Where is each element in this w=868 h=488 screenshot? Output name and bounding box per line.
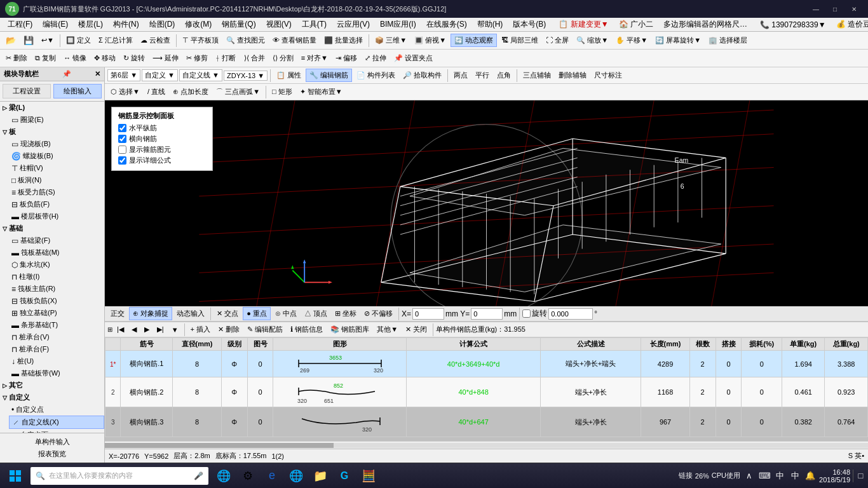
tb-align-top-btn[interactable]: ⊤ 平齐板顶 <box>179 34 222 46</box>
tb-cloud-check-btn[interactable]: ☁ 云检查 <box>137 34 173 46</box>
tb-find-btn[interactable]: 🔍 查找图元 <box>223 34 268 46</box>
sidebar-item-neg-rebar[interactable]: ⊟板负筋(F) <box>9 198 104 210</box>
tb-move-btn[interactable]: ✥ 移动 <box>91 52 119 64</box>
tb-steel-lib-btn[interactable]: 📚 钢筋图库 <box>327 323 372 336</box>
tb-select-floor-btn[interactable]: 🏢 选择楼层 <box>705 34 750 46</box>
menu-edit[interactable]: 编辑(E) <box>37 18 73 31</box>
tb-3d-btn[interactable]: 📦 三维▼ <box>372 34 410 46</box>
sidebar-item-col-pier[interactable]: ⊓柱墩(I) <box>9 271 104 283</box>
checkbox-transverse[interactable]: 横向钢筋 <box>118 134 206 144</box>
taskbar-app-settings[interactable]: ⚙ <box>236 464 259 487</box>
menu-online[interactable]: 在线服务(S) <box>421 18 472 31</box>
tb-mirror-btn[interactable]: ↔ 镜像 <box>60 52 90 64</box>
sidebar-item-spiral-slab[interactable]: 🌀螺旋板(B) <box>9 150 104 162</box>
sidebar-item-custom-point[interactable]: •自定义点 <box>9 403 104 416</box>
tray-keyboard[interactable]: ⌨ <box>758 470 771 482</box>
menu-tools[interactable]: 工具(T) <box>297 18 332 31</box>
menu-guangxiao[interactable]: 🏠 广小二 <box>614 18 658 31</box>
horizontal-steel-checkbox[interactable] <box>118 124 126 132</box>
sidebar-item-custom-line[interactable]: ⟋自定义线(X) <box>9 416 104 429</box>
expand-icon[interactable]: ⊞ <box>107 326 112 333</box>
sidebar-item-slab-rebar[interactable]: ≡板受力筋(S) <box>9 186 104 198</box>
tb-dynamic-input-btn[interactable]: 动态输入 <box>173 308 208 320</box>
tb-trim-btn[interactable]: ✂ 修剪 <box>183 52 211 64</box>
sidebar-item-raft-main-rebar[interactable]: ≡筏板主筋(R) <box>9 283 104 295</box>
checkbox-horizontal[interactable]: 水平纵筋 <box>118 123 206 133</box>
sidebar-item-pile-cap2[interactable]: ⊓桩承台(F) <box>9 343 104 355</box>
tray-up-arrow[interactable]: ∧ <box>743 470 756 482</box>
tb-two-point-btn[interactable]: 两点 <box>451 69 471 81</box>
tb-del-aux-btn[interactable]: 删除辅轴 <box>555 69 590 81</box>
tb-pan-btn[interactable]: ✋ 平移▼ <box>613 34 651 46</box>
tb-point-angle-btn[interactable]: 点角 <box>494 69 514 81</box>
tb-undo-icon[interactable]: ↩▼ <box>38 35 57 46</box>
line-def-selector[interactable]: 自定义线 ▼ <box>179 69 222 81</box>
sidebar-item-strip-foundation[interactable]: ▬条形基础(T) <box>9 319 104 331</box>
menu-project[interactable]: 工程(F) <box>3 18 37 31</box>
sidebar-group-other[interactable]: ▷ 其它 <box>0 379 104 391</box>
tb-fullscreen-btn[interactable]: ⛶ 全屏 <box>543 34 572 46</box>
stirrup-checkbox[interactable] <box>118 146 126 154</box>
tb-dim-label-btn[interactable]: 尺寸标注 <box>591 69 625 81</box>
sidebar-item-pile[interactable]: ↓桩(U) <box>9 355 104 367</box>
menu-steel-qty[interactable]: 钢筋量(Q) <box>217 18 261 31</box>
tb-snap-btn[interactable]: ⊕ 对象捕捉 <box>129 307 172 320</box>
tb-other-btn[interactable]: 其他▼ <box>374 323 401 336</box>
sidebar-item-foundation-band[interactable]: ▬基础板带(W) <box>9 367 104 379</box>
tb-split-btn[interactable]: ⟨⟩ 分割 <box>269 52 297 64</box>
sidebar-group-custom[interactable]: ▽ 自定义 <box>0 391 104 403</box>
tb-point-len-btn[interactable]: ⊕ 点加长度 <box>170 86 212 98</box>
sidebar-group-beam[interactable]: ▷ 梁(L) <box>0 102 104 114</box>
viewport[interactable]: 6 B Eam 钢筋显示控制面板 水平纵筋 横向钢筋 <box>105 100 868 306</box>
tb-define-btn[interactable]: 🔲 定义 <box>63 34 94 46</box>
tb-rect-btn[interactable]: □ 矩形 <box>269 86 295 98</box>
sidebar-nav-project[interactable]: 工程设置 <box>3 84 51 98</box>
menu-polygon-editor[interactable]: 多边形编辑器的网格尺… <box>658 18 752 31</box>
sidebar-item-raft-neg-rebar[interactable]: ⊟筏板负筋(X) <box>9 295 104 307</box>
rotate-checkbox[interactable] <box>522 309 531 318</box>
tb-rotate-btn[interactable]: 🔄 屏幕旋转▼ <box>652 34 704 46</box>
menu-phone[interactable]: 📞 13907298339▼ <box>755 19 831 30</box>
sidebar-item-ring-beam[interactable]: ▭ 圈梁(E) <box>9 114 104 126</box>
transverse-steel-checkbox[interactable] <box>118 135 126 143</box>
tb-next-btn[interactable]: ▶ <box>141 324 153 335</box>
sidebar-item-sump[interactable]: ⬡集水坑(K) <box>9 259 104 271</box>
tb-select-btn[interactable]: ⬡ 选择▼ <box>107 86 143 98</box>
sidebar-pin-icon[interactable]: 📌 <box>62 70 71 78</box>
tb-batch-select-btn[interactable]: ⬛ 批量选择 <box>321 34 366 46</box>
tb-property-btn[interactable]: 📋 属性 <box>273 69 304 81</box>
sidebar-group-foundation[interactable]: ▽ 基础 <box>0 222 104 234</box>
tb-local-3d-btn[interactable]: 🏗 局部三维 <box>498 34 541 46</box>
menu-version[interactable]: 版本号(B) <box>508 18 551 31</box>
tb-prev-btn[interactable]: ◀ <box>128 324 140 335</box>
sidebar-item-cast-slab[interactable]: ▭现浇板(B) <box>9 138 104 150</box>
menu-price-bean[interactable]: 💰 造价豆:0 <box>831 18 868 31</box>
sidebar-item-single-input[interactable]: 单构件输入 <box>3 436 102 448</box>
tb-del-row-btn[interactable]: ✕ 删除 <box>215 323 243 336</box>
sidebar-item-isolated-foundation[interactable]: ⊞独立基础(P) <box>9 307 104 319</box>
sidebar-nav-draw[interactable]: 绘图输入 <box>53 84 102 98</box>
tb-edit-rebar-btn[interactable]: ✎ 编辑配筋 <box>244 323 286 336</box>
sidebar-close-icon[interactable]: ✕ <box>95 70 100 78</box>
tb-merge-btn[interactable]: ⟩⟨ 合并 <box>241 52 268 64</box>
taskbar-search-box[interactable]: 🔍 在这里输入你要搜索的内容 🎤 <box>31 467 208 485</box>
custom-selector[interactable]: 自定义 ▼ <box>142 69 178 81</box>
tb-edit-steel-btn[interactable]: 🔧 编辑钢筋 <box>306 69 352 82</box>
menu-floor[interactable]: 楼层(L) <box>73 18 108 31</box>
tb-break-btn[interactable]: ⟊ 打断 <box>212 52 239 64</box>
tb-top-view-btn[interactable]: 🔳 俯视▼ <box>411 34 449 46</box>
tb-pick-component-btn[interactable]: 🔎 拾取构件 <box>400 69 445 81</box>
tb-offset-btn[interactable]: ⇥ 偏移 <box>332 52 360 64</box>
h-scrollbar-thumb[interactable] <box>105 443 334 448</box>
tb-intersection-btn[interactable]: ✕ 交点 <box>214 308 241 320</box>
tb-insert-btn[interactable]: + 插入 <box>187 323 214 336</box>
menu-view[interactable]: 视图(V) <box>261 18 297 31</box>
menu-cloud[interactable]: 云应用(V) <box>332 18 375 31</box>
menu-help[interactable]: 帮助(H) <box>472 18 508 31</box>
tb-down-btn[interactable]: ▼ <box>168 325 182 335</box>
minimize-button[interactable]: — <box>807 3 825 15</box>
tb-align-btn[interactable]: ≡ 对齐▼ <box>298 52 331 64</box>
tb-setpoint-btn[interactable]: 📌 设置夹点 <box>391 52 436 64</box>
tray-lang[interactable]: 中 <box>773 470 786 482</box>
tray-ime[interactable]: 中 <box>789 470 801 482</box>
